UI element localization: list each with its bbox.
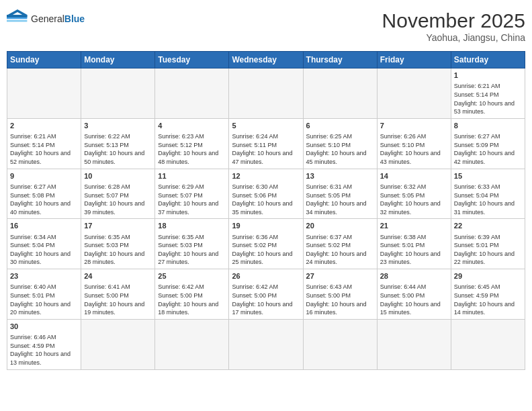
calendar-cell <box>7 68 81 119</box>
day-number: 13 <box>306 171 374 181</box>
calendar-cell: 26Sunrise: 6:42 AM Sunset: 5:00 PM Dayli… <box>229 269 303 320</box>
day-number: 14 <box>380 171 448 181</box>
calendar-cell: 1Sunrise: 6:21 AM Sunset: 5:14 PM Daylig… <box>451 68 525 119</box>
calendar-cell: 13Sunrise: 6:31 AM Sunset: 5:05 PM Dayli… <box>303 169 377 219</box>
day-number: 15 <box>454 171 522 181</box>
calendar-cell: 4Sunrise: 6:23 AM Sunset: 5:12 PM Daylig… <box>155 118 229 169</box>
day-info: Sunrise: 6:22 AM Sunset: 5:13 PM Dayligh… <box>84 132 152 166</box>
calendar-cell: 7Sunrise: 6:26 AM Sunset: 5:10 PM Daylig… <box>377 118 451 169</box>
day-info: Sunrise: 6:41 AM Sunset: 5:00 PM Dayligh… <box>84 283 152 316</box>
day-info: Sunrise: 6:45 AM Sunset: 4:59 PM Dayligh… <box>454 283 522 316</box>
day-number: 21 <box>380 221 448 231</box>
calendar-cell <box>377 319 451 369</box>
day-number: 5 <box>232 121 300 131</box>
day-info: Sunrise: 6:42 AM Sunset: 5:00 PM Dayligh… <box>158 283 226 316</box>
calendar: Sunday Monday Tuesday Wednesday Thursday… <box>7 51 525 370</box>
calendar-cell: 29Sunrise: 6:45 AM Sunset: 4:59 PM Dayli… <box>451 269 525 320</box>
day-info: Sunrise: 6:43 AM Sunset: 5:00 PM Dayligh… <box>306 283 374 316</box>
calendar-cell: 15Sunrise: 6:33 AM Sunset: 5:04 PM Dayli… <box>451 169 525 219</box>
svg-rect-3 <box>7 20 27 21</box>
day-info: Sunrise: 6:32 AM Sunset: 5:05 PM Dayligh… <box>380 183 448 216</box>
calendar-cell: 23Sunrise: 6:40 AM Sunset: 5:01 PM Dayli… <box>7 269 81 320</box>
calendar-cell <box>303 319 377 369</box>
day-info: Sunrise: 6:40 AM Sunset: 5:01 PM Dayligh… <box>10 283 78 316</box>
calendar-cell: 9Sunrise: 6:27 AM Sunset: 5:08 PM Daylig… <box>7 169 81 219</box>
generalblue-logo-icon <box>7 9 28 28</box>
day-number: 26 <box>232 271 300 281</box>
day-info: Sunrise: 6:34 AM Sunset: 5:04 PM Dayligh… <box>10 233 78 267</box>
day-number: 10 <box>84 171 152 181</box>
day-number: 16 <box>10 221 78 231</box>
location: Yaohua, Jiangsu, China <box>382 32 525 43</box>
day-info: Sunrise: 6:42 AM Sunset: 5:00 PM Dayligh… <box>232 283 300 316</box>
col-sunday: Sunday <box>7 52 81 68</box>
day-number: 8 <box>454 121 522 131</box>
calendar-cell <box>303 68 377 119</box>
calendar-cell: 11Sunrise: 6:29 AM Sunset: 5:07 PM Dayli… <box>155 169 229 219</box>
col-thursday: Thursday <box>303 52 377 68</box>
day-info: Sunrise: 6:30 AM Sunset: 5:06 PM Dayligh… <box>232 183 300 216</box>
day-info: Sunrise: 6:21 AM Sunset: 5:14 PM Dayligh… <box>454 82 522 116</box>
day-number: 24 <box>84 271 152 281</box>
day-info: Sunrise: 6:39 AM Sunset: 5:01 PM Dayligh… <box>454 233 522 267</box>
day-number: 7 <box>380 121 448 131</box>
day-info: Sunrise: 6:35 AM Sunset: 5:03 PM Dayligh… <box>158 233 226 267</box>
day-info: Sunrise: 6:24 AM Sunset: 5:11 PM Dayligh… <box>232 132 300 166</box>
calendar-cell <box>377 68 451 119</box>
calendar-cell: 10Sunrise: 6:28 AM Sunset: 5:07 PM Dayli… <box>81 169 155 219</box>
day-info: Sunrise: 6:27 AM Sunset: 5:08 PM Dayligh… <box>10 183 78 216</box>
calendar-header-row: Sunday Monday Tuesday Wednesday Thursday… <box>7 52 525 68</box>
calendar-cell: 14Sunrise: 6:32 AM Sunset: 5:05 PM Dayli… <box>377 169 451 219</box>
day-number: 6 <box>306 121 374 131</box>
day-number: 4 <box>158 121 226 131</box>
day-number: 29 <box>454 271 522 281</box>
day-number: 25 <box>158 271 226 281</box>
page: GeneralBlue November 2025 Yaohua, Jiangs… <box>0 0 532 377</box>
calendar-cell <box>81 319 155 369</box>
calendar-cell: 8Sunrise: 6:27 AM Sunset: 5:09 PM Daylig… <box>451 118 525 169</box>
day-info: Sunrise: 6:27 AM Sunset: 5:09 PM Dayligh… <box>454 132 522 166</box>
month-year: November 2025 <box>382 9 525 32</box>
calendar-cell: 6Sunrise: 6:25 AM Sunset: 5:10 PM Daylig… <box>303 118 377 169</box>
day-info: Sunrise: 6:31 AM Sunset: 5:05 PM Dayligh… <box>306 183 374 216</box>
col-tuesday: Tuesday <box>155 52 229 68</box>
calendar-cell: 22Sunrise: 6:39 AM Sunset: 5:01 PM Dayli… <box>451 219 525 269</box>
title-section: November 2025 Yaohua, Jiangsu, China <box>382 9 525 43</box>
day-number: 27 <box>306 271 374 281</box>
calendar-cell: 16Sunrise: 6:34 AM Sunset: 5:04 PM Dayli… <box>7 219 81 269</box>
calendar-cell: 12Sunrise: 6:30 AM Sunset: 5:06 PM Dayli… <box>229 169 303 219</box>
day-number: 30 <box>10 322 78 332</box>
calendar-cell: 19Sunrise: 6:36 AM Sunset: 5:02 PM Dayli… <box>229 219 303 269</box>
calendar-cell: 18Sunrise: 6:35 AM Sunset: 5:03 PM Dayli… <box>155 219 229 269</box>
day-number: 17 <box>84 221 152 231</box>
day-number: 18 <box>158 221 226 231</box>
svg-rect-2 <box>7 17 27 19</box>
day-number: 22 <box>454 221 522 231</box>
day-number: 19 <box>232 221 300 231</box>
calendar-cell: 24Sunrise: 6:41 AM Sunset: 5:00 PM Dayli… <box>81 269 155 320</box>
day-info: Sunrise: 6:23 AM Sunset: 5:12 PM Dayligh… <box>158 132 226 166</box>
day-number: 20 <box>306 221 374 231</box>
logo: GeneralBlue <box>7 9 85 28</box>
calendar-cell: 25Sunrise: 6:42 AM Sunset: 5:00 PM Dayli… <box>155 269 229 320</box>
calendar-cell <box>155 68 229 119</box>
day-info: Sunrise: 6:28 AM Sunset: 5:07 PM Dayligh… <box>84 183 152 216</box>
day-info: Sunrise: 6:46 AM Sunset: 4:59 PM Dayligh… <box>10 333 78 367</box>
day-number: 2 <box>10 121 78 131</box>
calendar-cell: 5Sunrise: 6:24 AM Sunset: 5:11 PM Daylig… <box>229 118 303 169</box>
col-saturday: Saturday <box>451 52 525 68</box>
day-number: 3 <box>84 121 152 131</box>
calendar-cell <box>155 319 229 369</box>
day-info: Sunrise: 6:36 AM Sunset: 5:02 PM Dayligh… <box>232 233 300 267</box>
day-number: 1 <box>454 71 522 81</box>
day-number: 28 <box>380 271 448 281</box>
day-number: 11 <box>158 171 226 181</box>
day-info: Sunrise: 6:25 AM Sunset: 5:10 PM Dayligh… <box>306 132 374 166</box>
day-number: 12 <box>232 171 300 181</box>
day-info: Sunrise: 6:29 AM Sunset: 5:07 PM Dayligh… <box>158 183 226 216</box>
day-info: Sunrise: 6:21 AM Sunset: 5:14 PM Dayligh… <box>10 132 78 166</box>
calendar-cell <box>229 319 303 369</box>
col-wednesday: Wednesday <box>229 52 303 68</box>
calendar-cell: 20Sunrise: 6:37 AM Sunset: 5:02 PM Dayli… <box>303 219 377 269</box>
day-info: Sunrise: 6:33 AM Sunset: 5:04 PM Dayligh… <box>454 183 522 216</box>
